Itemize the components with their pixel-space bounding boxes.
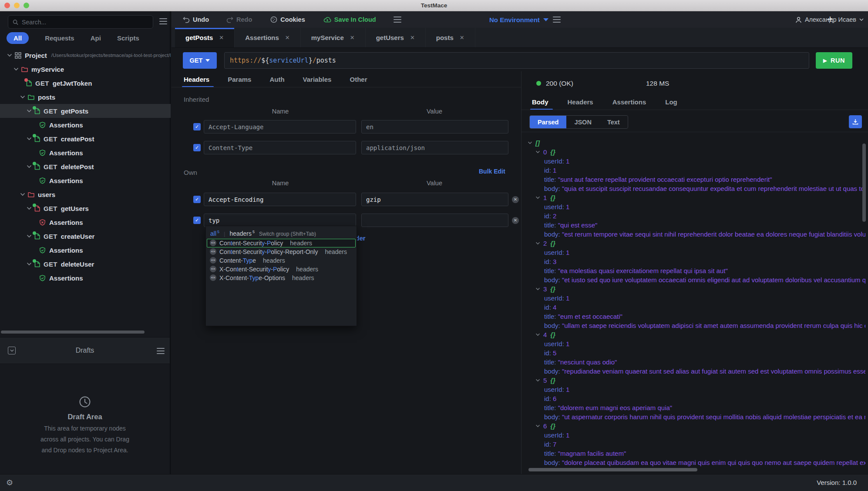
- header-enabled-checkbox[interactable]: ✓: [193, 123, 201, 130]
- tree-chevron-icon[interactable]: [27, 207, 32, 210]
- collapse-icon[interactable]: [535, 196, 540, 199]
- tab-myservice[interactable]: myService✕: [301, 28, 366, 47]
- collapse-icon[interactable]: [535, 242, 540, 245]
- tree-item-deletepost[interactable]: GETdeletePost: [0, 160, 171, 174]
- tree-item-posts[interactable]: posts: [0, 90, 171, 104]
- autocomplete-group-headers[interactable]: headers5: [229, 230, 255, 237]
- tree-item-createpost[interactable]: GETcreatePost: [0, 132, 171, 146]
- tab-getusers[interactable]: getUsers✕: [366, 28, 426, 47]
- response-tab-log[interactable]: Log: [664, 94, 678, 110]
- collapse-icon[interactable]: [535, 150, 540, 154]
- collapse-icon[interactable]: [528, 141, 532, 144]
- autocomplete-item[interactable]: «»X-Content-Security-Policyheaders: [207, 265, 356, 274]
- tree-item-getjwttoken[interactable]: GETgetJwtToken: [0, 76, 171, 90]
- tree-item-getusers[interactable]: GETgetUsers: [0, 201, 171, 215]
- close-tab-icon[interactable]: ✕: [460, 34, 464, 41]
- request-tab-params[interactable]: Params: [227, 71, 252, 87]
- header-value-input[interactable]: [361, 120, 508, 134]
- close-tab-icon[interactable]: ✕: [219, 34, 224, 41]
- cookies-button[interactable]: Cookies: [270, 16, 305, 23]
- url-input[interactable]: https://${serviceUrl}/posts: [224, 52, 809, 69]
- tree-chevron-icon[interactable]: [20, 193, 25, 196]
- autocomplete-group-all[interactable]: all5: [210, 230, 219, 237]
- tree-chevron-icon[interactable]: [27, 262, 32, 266]
- tree-item-assertions[interactable]: Assertions: [0, 243, 171, 257]
- environment-menu-icon[interactable]: [553, 17, 561, 23]
- filter-pill-all[interactable]: All: [7, 32, 29, 44]
- autocomplete-item[interactable]: «»Content-Typeheaders: [207, 256, 356, 265]
- download-response-button[interactable]: [849, 115, 862, 128]
- response-tab-assertions[interactable]: Assertions: [612, 94, 647, 110]
- filter-pill-api[interactable]: Api: [91, 34, 101, 42]
- collapse-icon[interactable]: [535, 424, 540, 428]
- response-tab-headers[interactable]: Headers: [567, 94, 594, 110]
- tree-item-assertions[interactable]: Assertions: [0, 146, 171, 160]
- drafts-header[interactable]: Drafts: [0, 337, 170, 364]
- tab-getposts[interactable]: getPosts✕: [175, 28, 235, 47]
- tree-item-assertions[interactable]: Assertions: [0, 271, 171, 285]
- tree-item-getposts[interactable]: GETgetPosts: [0, 104, 171, 118]
- bulk-edit-link[interactable]: Bulk Edit: [479, 168, 505, 175]
- collapse-icon[interactable]: [535, 379, 540, 382]
- close-tab-icon[interactable]: ✕: [285, 34, 290, 41]
- header-name-input[interactable]: [204, 214, 356, 227]
- autocomplete-item[interactable]: «»Content-Security-Policy-Report-Onlyhea…: [207, 247, 356, 256]
- tree-item-users[interactable]: users: [0, 187, 171, 201]
- header-value-input[interactable]: [361, 193, 508, 206]
- filter-pill-scripts[interactable]: Scripts: [117, 34, 139, 42]
- tree-item-assertions[interactable]: Assertions: [0, 215, 171, 229]
- autocomplete-item[interactable]: «»Content-Security-Policyheaders: [207, 239, 356, 247]
- tree-chevron-icon[interactable]: [27, 109, 32, 113]
- close-tab-icon[interactable]: ✕: [350, 34, 355, 41]
- header-enabled-checkbox[interactable]: ✓: [193, 217, 201, 224]
- close-tab-icon[interactable]: ✕: [410, 34, 415, 41]
- search-field[interactable]: [22, 19, 148, 26]
- tree-chevron-icon[interactable]: [27, 234, 32, 238]
- header-name-input[interactable]: [204, 141, 356, 154]
- sidebar-menu-icon[interactable]: [159, 18, 167, 24]
- tree-item-assertions[interactable]: Assertions: [0, 118, 171, 132]
- view-mode-json[interactable]: JSON: [566, 116, 599, 128]
- undo-button[interactable]: Undo: [183, 16, 209, 23]
- tree-chevron-icon[interactable]: [20, 95, 25, 99]
- view-mode-text[interactable]: Text: [599, 116, 628, 128]
- header-enabled-checkbox[interactable]: ✓: [193, 144, 201, 151]
- collapse-icon[interactable]: [535, 333, 540, 336]
- method-dropdown[interactable]: GET: [183, 52, 217, 69]
- tree-item-myservice[interactable]: myService: [0, 62, 171, 76]
- header-name-input[interactable]: [204, 193, 356, 206]
- autocomplete-item[interactable]: «»X-Content-Type-Optionsheaders: [207, 274, 356, 282]
- redo-button[interactable]: Redo: [226, 16, 252, 23]
- tab-assertions[interactable]: Assertions✕: [235, 28, 300, 47]
- settings-gear-icon[interactable]: ⚙: [6, 478, 13, 488]
- tab-posts[interactable]: posts✕: [426, 28, 475, 47]
- header-name-input[interactable]: [204, 120, 356, 134]
- drafts-menu-icon[interactable]: [157, 348, 165, 354]
- tree-chevron-icon[interactable]: [27, 137, 32, 140]
- search-input[interactable]: [8, 15, 153, 29]
- header-value-input[interactable]: [361, 214, 508, 227]
- request-tab-auth[interactable]: Auth: [269, 71, 285, 87]
- delete-header-icon[interactable]: ✕: [512, 217, 519, 224]
- response-horizontal-scrollbar[interactable]: [528, 468, 697, 471]
- toolbar-menu-icon[interactable]: [394, 17, 401, 23]
- tree-item-assertions[interactable]: Assertions: [0, 174, 171, 187]
- tree-chevron-icon[interactable]: [13, 67, 19, 71]
- view-mode-parsed[interactable]: Parsed: [530, 116, 566, 128]
- response-vertical-scrollbar[interactable]: [862, 144, 866, 222]
- filter-pill-requests[interactable]: Requests: [45, 34, 74, 42]
- sidebar-horizontal-scrollbar[interactable]: [1, 331, 145, 334]
- collapse-icon[interactable]: [535, 287, 540, 291]
- run-button[interactable]: ▶ RUN: [816, 52, 852, 69]
- response-tab-body[interactable]: Body: [531, 94, 549, 110]
- delete-header-icon[interactable]: ✕: [512, 196, 519, 203]
- tree-item-deleteuser[interactable]: GETdeleteUser: [0, 257, 171, 271]
- request-tab-other[interactable]: Other: [349, 71, 368, 87]
- request-tab-headers[interactable]: Headers: [183, 71, 210, 87]
- header-enabled-checkbox[interactable]: ✓: [193, 196, 201, 203]
- header-value-input[interactable]: [361, 141, 508, 154]
- tree-item-createuser[interactable]: GETcreateUser: [0, 229, 171, 243]
- request-tab-variables[interactable]: Variables: [302, 71, 333, 87]
- tree-chevron-icon[interactable]: [27, 165, 32, 168]
- environment-selector[interactable]: No Environment: [489, 16, 548, 23]
